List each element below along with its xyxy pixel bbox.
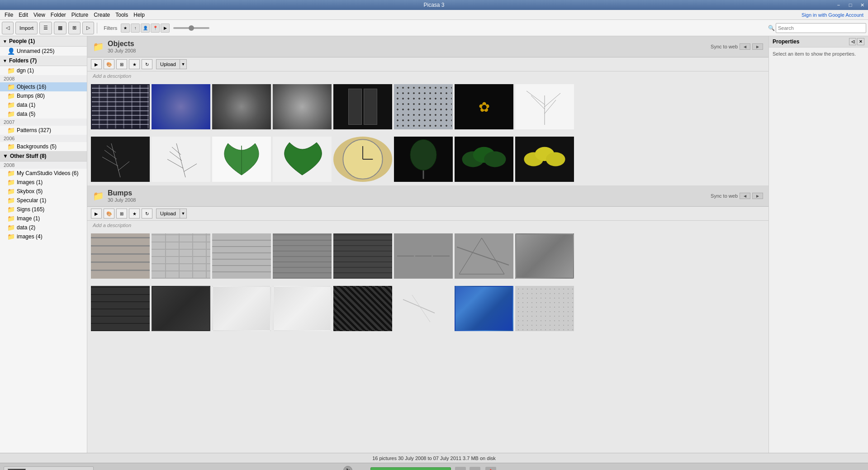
upload-dropdown-bumps[interactable]: ▼ xyxy=(180,209,187,218)
sidebar-item-images4[interactable]: 📁 images (4) xyxy=(0,232,87,241)
upload-button[interactable]: Upload xyxy=(156,59,180,69)
menu-folder[interactable]: Folder xyxy=(48,11,69,19)
photo-thumb-hex[interactable] xyxy=(515,286,574,331)
sync-btn-on[interactable]: ▶ xyxy=(752,43,763,50)
photo-thumb-broken[interactable] xyxy=(455,233,513,279)
menu-view[interactable]: View xyxy=(31,11,48,19)
menu-create[interactable]: Create xyxy=(91,11,113,19)
sidebar-item-unnamed[interactable]: 👤 Unnamed (225) xyxy=(0,47,87,56)
sidebar-section-folders[interactable]: ▼ Folders (7) xyxy=(0,56,87,66)
search-input[interactable] xyxy=(776,23,866,33)
upload-button-bumps[interactable]: Upload xyxy=(156,209,180,218)
grid-view-button[interactable]: ⊞ xyxy=(116,59,127,69)
rotate-button-bumps[interactable]: ↻ xyxy=(142,209,152,218)
photo-thumb-rough[interactable] xyxy=(515,233,574,279)
album-desc-objects[interactable]: Add a description xyxy=(87,71,768,81)
photo-thumb-diamond[interactable] xyxy=(333,286,392,331)
photo-thumb-circle-blue[interactable] xyxy=(152,84,210,129)
photo-thumb-circle-gray[interactable] xyxy=(212,84,271,129)
photo-thumb-scratch[interactable] xyxy=(394,286,453,331)
export-button[interactable]: 📤 Export xyxy=(484,467,497,470)
menu-tools[interactable]: Tools xyxy=(113,11,131,19)
photo-thumb-fern-white[interactable] xyxy=(152,137,210,182)
photo-thumb-brick3[interactable] xyxy=(212,233,271,279)
sidebar-item-mycamstudio[interactable]: 📁 My CamStudio Videos (6) xyxy=(0,169,87,178)
photo-thumb-plant-white[interactable] xyxy=(515,84,574,129)
sidebar-item-image1[interactable]: 📁 Image (1) xyxy=(0,214,87,223)
photo-thumb-leaf-green2[interactable] xyxy=(273,137,332,182)
sidebar-item-skybox[interactable]: 📁 Skybox (5) xyxy=(0,187,87,196)
rotate-cw-button[interactable]: ↻ xyxy=(343,466,352,470)
menu-picture[interactable]: Picture xyxy=(69,11,91,19)
upload-dropdown[interactable]: ▼ xyxy=(180,59,187,69)
photo-thumb-grey-light2[interactable] xyxy=(273,286,332,331)
photo-thumb-dots[interactable] xyxy=(394,84,453,129)
photo-thumb-fern-dark[interactable] xyxy=(91,137,150,182)
sidebar-item-patterns[interactable]: 📁 Patterns (327) xyxy=(0,126,87,135)
back-button[interactable]: ◁ xyxy=(2,22,14,34)
upload-google-button[interactable]: Upload to Google Photos xyxy=(370,467,451,470)
filter-video[interactable]: ▶ xyxy=(161,24,170,33)
album-desc-bumps[interactable]: Add a description xyxy=(87,221,768,230)
menu-file[interactable]: File xyxy=(2,11,16,19)
color-button-bumps[interactable]: 🎨 xyxy=(104,209,114,218)
photo-thumb-clock[interactable] xyxy=(333,137,392,182)
photo-thumb-panels[interactable] xyxy=(394,233,453,279)
sidebar-section-people[interactable]: ▼ People (1) xyxy=(0,36,87,47)
rotate-button[interactable]: ↻ xyxy=(142,59,152,69)
photo-thumb-blue-marble[interactable] xyxy=(455,286,513,331)
menu-edit[interactable]: Edit xyxy=(16,11,31,19)
photo-thumb-tree[interactable] xyxy=(394,137,453,182)
props-close-button[interactable]: ✕ xyxy=(857,38,864,45)
photo-thumb-leaves-dark[interactable] xyxy=(455,137,513,182)
filter-upload[interactable]: ↑ xyxy=(131,24,140,33)
photo-thumb-brick2[interactable] xyxy=(152,233,210,279)
photo-thumb-circle-gray2[interactable] xyxy=(273,84,332,129)
menu-help[interactable]: Help xyxy=(131,11,147,19)
photo-thumb-brick4[interactable] xyxy=(273,233,332,279)
sidebar-item-specular[interactable]: 📁 Specular (1) xyxy=(0,196,87,205)
photo-thumb-brick-dark2[interactable] xyxy=(91,286,150,331)
sidebar-section-other[interactable]: ▼ Other Stuff (8) xyxy=(0,151,87,161)
star-button-bumps[interactable]: ★ xyxy=(129,209,140,218)
email-button[interactable]: ✉ Email xyxy=(455,467,466,470)
photo-thumb-black-panels[interactable] xyxy=(333,84,392,129)
sidebar-item-images1[interactable]: 📁 Images (1) xyxy=(0,178,87,187)
view-grid-button[interactable]: ▦ xyxy=(54,22,66,34)
filter-person[interactable]: 👤 xyxy=(141,24,150,33)
photo-thumb-flowers[interactable]: ✿ xyxy=(455,84,513,129)
slideshow-button[interactable]: ▷ xyxy=(82,22,94,34)
filter-slider[interactable] xyxy=(173,27,209,29)
close-button[interactable]: ✕ xyxy=(856,0,868,10)
sidebar-item-dgn[interactable]: 📁 dgn (1) xyxy=(0,66,87,75)
filter-star[interactable]: ★ xyxy=(121,24,130,33)
play-button[interactable]: ▶ xyxy=(91,59,102,69)
sidebar-item-backgrounds[interactable]: 📁 Backgrounds (5) xyxy=(0,142,87,151)
sync-btn-bumps-on[interactable]: ▶ xyxy=(752,193,763,199)
sidebar-item-bumps[interactable]: 📁 Bumps (80) xyxy=(0,91,87,100)
sidebar-item-data2[interactable]: 📁 data (2) xyxy=(0,223,87,232)
play-button-bumps[interactable]: ▶ xyxy=(91,209,102,218)
minimize-button[interactable]: − xyxy=(833,0,844,10)
sidebar-item-data5[interactable]: 📁 data (5) xyxy=(0,109,87,119)
view-list-button[interactable]: ☰ xyxy=(39,22,52,34)
import-button[interactable]: Import xyxy=(15,22,38,34)
photo-thumb-leaf-green[interactable] xyxy=(212,137,271,182)
star-button[interactable]: ★ xyxy=(129,59,140,69)
photo-thumb-brick-dark[interactable] xyxy=(333,233,392,279)
filter-geo[interactable]: 📍 xyxy=(151,24,160,33)
sign-in-link[interactable]: Sign in with Google Account xyxy=(799,11,866,19)
view-options-button[interactable]: ⊞ xyxy=(68,22,81,34)
props-expand-button[interactable]: ◁ xyxy=(849,38,856,45)
sync-btn-off[interactable]: ◀ xyxy=(740,43,750,50)
photo-thumb-dark-rough[interactable] xyxy=(152,286,210,331)
sync-btn-bumps-off[interactable]: ◀ xyxy=(740,193,750,199)
color-button[interactable]: 🎨 xyxy=(104,59,114,69)
photo-thumb-grey-light[interactable] xyxy=(212,286,271,331)
sidebar-item-data1[interactable]: 📁 data (1) xyxy=(0,100,87,109)
sidebar-item-objects[interactable]: 📁 Objects (16) xyxy=(0,82,87,91)
photo-thumb-wires[interactable] xyxy=(91,84,150,129)
photo-thumb-leaves-yellow[interactable] xyxy=(515,137,574,182)
sidebar-item-signs[interactable]: 📁 Signs (165) xyxy=(0,205,87,214)
grid-view-button-bumps[interactable]: ⊞ xyxy=(116,209,127,218)
